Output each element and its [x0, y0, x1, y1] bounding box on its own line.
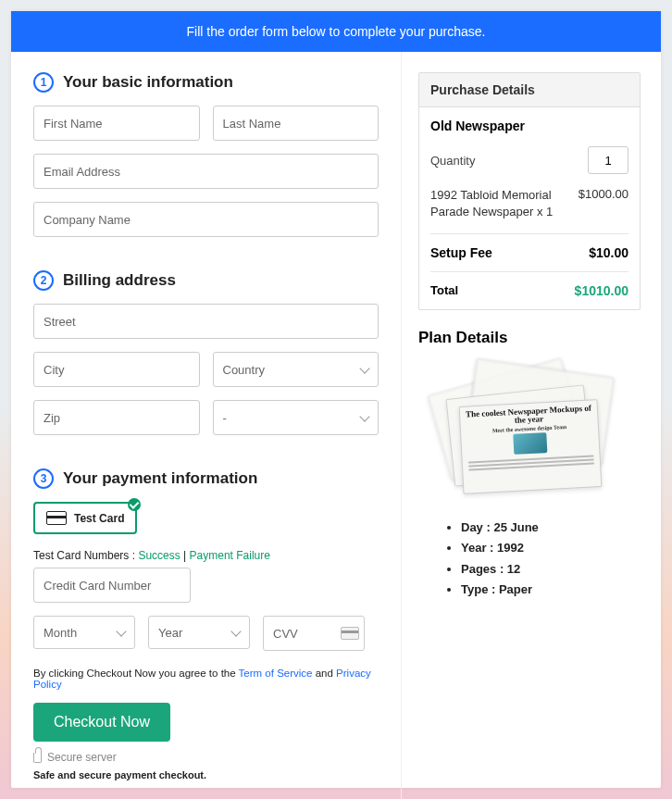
- tos-link[interactable]: Term of Service: [239, 668, 313, 679]
- secure-server: Secure server: [33, 751, 379, 764]
- city-input[interactable]: [33, 352, 200, 387]
- section-basic-head: 1 Your basic information: [33, 72, 379, 93]
- chevron-down-icon: [116, 626, 126, 636]
- company-input[interactable]: [33, 202, 379, 237]
- country-label: Country: [223, 363, 266, 377]
- credit-card-icon: [46, 511, 67, 525]
- secure-label: Secure server: [47, 751, 117, 764]
- chevron-down-icon: [359, 411, 369, 421]
- chevron-down-icon: [359, 363, 369, 373]
- last-name-input[interactable]: [213, 106, 380, 141]
- agree-text: By clicking Checkout Now you agree to th…: [33, 668, 379, 690]
- card-back-icon: [341, 627, 359, 640]
- banner: Fill the order form below to complete yo…: [11, 11, 661, 52]
- month-select[interactable]: Month: [33, 616, 135, 649]
- street-input[interactable]: [33, 304, 379, 339]
- test-success-link[interactable]: Success: [138, 549, 180, 562]
- agree-and: and: [313, 668, 337, 679]
- step-1-badge: 1: [33, 72, 54, 93]
- test-prefix: Test Card Numbers :: [33, 549, 138, 562]
- check-icon: [128, 498, 141, 511]
- first-name-input[interactable]: [33, 106, 200, 141]
- quantity-label: Quantity: [430, 154, 475, 168]
- test-card-label: Test Card: [74, 512, 124, 525]
- year-label: Year: [158, 626, 182, 640]
- agree-pre: By clicking Checkout Now you agree to th…: [33, 668, 239, 679]
- test-numbers-line: Test Card Numbers : Success | Payment Fa…: [33, 549, 379, 562]
- line-item-name: 1992 Tabloid Memorial Parade Newspaper x…: [430, 187, 569, 220]
- section-billing-head: 2 Billing address: [33, 270, 379, 291]
- test-failure-link[interactable]: Payment Failure: [190, 549, 270, 562]
- total-label: Total: [430, 283, 458, 298]
- test-sep: |: [180, 549, 190, 562]
- newspaper-image: The coolest Newspaper Mockups of the yea…: [428, 358, 631, 506]
- plan-day: Day : 25 June: [461, 518, 641, 538]
- plan-year: Year : 1992: [461, 538, 641, 558]
- product-title: Old Newspaper: [430, 119, 628, 133]
- purchase-heading: Purchase Details: [419, 73, 640, 107]
- total-price: $1010.00: [575, 283, 628, 298]
- section-billing-title: Billing address: [63, 271, 176, 290]
- section-payment-title: Your payment information: [63, 469, 257, 488]
- safe-text: Safe and secure payment checkout.: [33, 769, 379, 780]
- month-label: Month: [44, 626, 77, 640]
- state-label: -: [223, 411, 227, 425]
- lock-icon: [33, 753, 42, 763]
- step-3-badge: 3: [33, 468, 54, 489]
- section-basic-title: Your basic information: [63, 73, 233, 92]
- email-input[interactable]: [33, 154, 379, 189]
- purchase-panel: Purchase Details Old Newspaper Quantity …: [418, 72, 641, 310]
- chevron-down-icon: [230, 626, 241, 636]
- zip-input[interactable]: [33, 400, 200, 435]
- setup-fee-label: Setup Fee: [430, 245, 492, 260]
- cc-number-input[interactable]: [33, 568, 191, 603]
- setup-fee-price: $10.00: [589, 245, 628, 260]
- step-2-badge: 2: [33, 270, 54, 291]
- quantity-input[interactable]: [588, 146, 628, 174]
- plan-title: Plan Details: [418, 329, 641, 347]
- year-select[interactable]: Year: [148, 616, 250, 649]
- test-card-option[interactable]: Test Card: [33, 502, 137, 534]
- plan-pages: Pages : 12: [461, 559, 641, 580]
- country-select[interactable]: Country: [213, 352, 380, 387]
- section-payment-head: 3 Your payment information: [33, 468, 379, 489]
- plan-type: Type : Paper: [461, 580, 641, 600]
- checkout-button[interactable]: Checkout Now: [33, 703, 170, 742]
- line-item-price: $1000.00: [579, 187, 628, 220]
- state-select[interactable]: -: [213, 400, 380, 435]
- plan-list: Day : 25 June Year : 1992 Pages : 12 Typ…: [418, 518, 641, 599]
